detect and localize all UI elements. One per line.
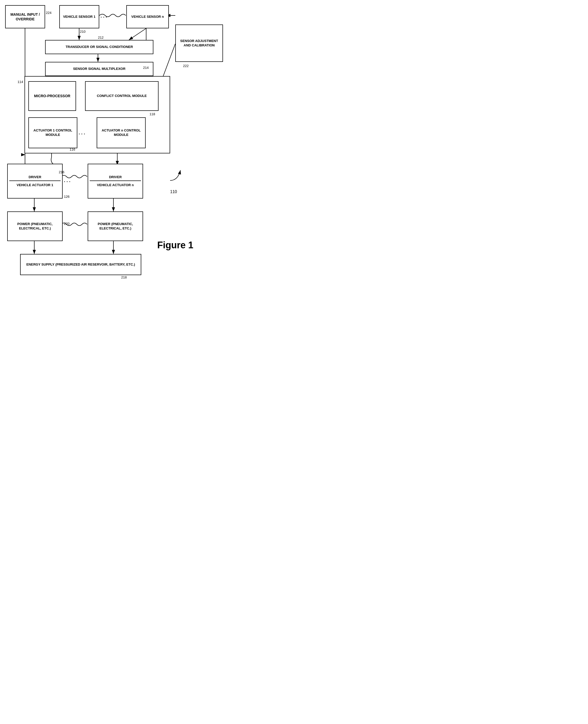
ref-116: 116 [69, 147, 75, 151]
ref-222: 222 [183, 64, 189, 68]
ref-110: 110 [170, 189, 177, 194]
drivern-box: DRIVER VEHICLE ACTUATOR n [88, 164, 143, 199]
diagram: MANUAL INPUT / OVERRIDE 224 VEHICLE SENS… [0, 0, 232, 284]
ref-210: 210 [80, 30, 86, 34]
sensor-adj-box: SENSOR ADJUSTMENT AND CALIBRATION [175, 24, 223, 62]
driver-dots: . . . [64, 178, 70, 183]
ref-224: 224 [46, 11, 51, 15]
energy-supply-box: ENERGY SUPPLY (PRESSURIZED AIR RESERVOIR… [20, 254, 141, 275]
driver1-box: DRIVER VEHICLE ACTUATOR 1 [7, 164, 63, 199]
actuator-dots: . . . [79, 130, 85, 136]
transducer-box: TRANSDUCER OR SIGNAL CONDITIONER [45, 40, 153, 54]
microprocessor-box: MICRO-PROCESSOR [28, 81, 76, 111]
power1-box: POWER (PNEUMATIC, ELECTRICAL, ETC.) [7, 211, 63, 241]
ref-126: 126 [64, 195, 69, 199]
ref-114: 114 [18, 80, 23, 84]
svg-line-3 [129, 28, 146, 40]
sensor-dots: . . . [101, 14, 107, 19]
powern-box: POWER (PNEUMATIC, ELECTRICAL, ETC.) [88, 211, 143, 241]
ref-218: 218 [121, 275, 127, 279]
manual-input-box: MANUAL INPUT / OVERRIDE [5, 5, 45, 28]
ref-118: 118 [149, 112, 155, 116]
actuator1-ctrl-box: ACTUATOR 1 CONTROL MODULE [28, 117, 77, 148]
vehicle-sensorn-box: VEHICLE SENSOR n [126, 5, 169, 28]
ref-214: 214 [143, 66, 149, 69]
vehicle-sensor1-box: VEHICLE SENSOR 1 [59, 5, 99, 28]
figure-label: Figure 1 [157, 240, 193, 251]
sensor-mux-box: SENSOR SIGNAL MULTIPLEXOR [45, 62, 153, 76]
ref-216: 216 [59, 170, 64, 174]
ref-220: 220 [64, 222, 69, 226]
conflict-control-box: CONFLICT CONTROL MODULE [85, 81, 159, 111]
ref-212: 212 [98, 36, 104, 39]
actuatorn-ctrl-box: ACTUATOR n CONTROL MODULE [97, 117, 146, 148]
